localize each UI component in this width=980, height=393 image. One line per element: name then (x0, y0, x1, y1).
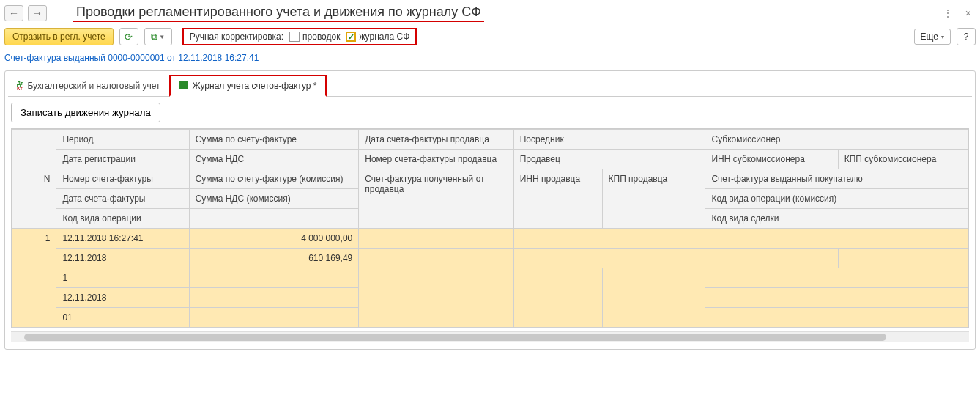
col-reg-date[interactable]: Дата регистрации (56, 150, 189, 169)
chevron-down-icon: ▼ (159, 34, 165, 40)
page-title: Проводки регламентированного учета и дви… (73, 4, 484, 22)
more-button[interactable]: Еще ▾ (914, 29, 951, 45)
col-empty (189, 209, 359, 229)
col-inn-seller[interactable]: ИНН продавца (513, 169, 602, 229)
cell-sum-sf[interactable]: 4 000 000,00 (189, 229, 359, 249)
checkbox-journal-label: журнала СФ (359, 32, 409, 42)
checkbox-journal[interactable]: ✓ (346, 32, 356, 42)
tab-journal-label: Журнал учета счетов-фактур * (193, 81, 317, 91)
col-seller[interactable]: Продавец (513, 150, 705, 169)
cell-sf-num-seller[interactable] (359, 249, 513, 268)
cell-kpp-seller[interactable] (602, 268, 705, 328)
chevron-down-icon: ▾ (941, 34, 944, 40)
cell-n[interactable]: 1 (12, 229, 56, 328)
journal-grid[interactable]: N Период Сумма по счету-фактуре Дата сче… (11, 128, 969, 328)
cell-sum-nds-comm[interactable] (189, 288, 359, 308)
checkbox-provodok[interactable] (289, 32, 300, 42)
col-period[interactable]: Период (56, 130, 189, 150)
source-document-link[interactable]: Счет-фактура выданный 0000-0000001 от 12… (4, 53, 259, 63)
tab-accounting[interactable]: ДтКт Бухгалтерский и налоговый учет (8, 75, 169, 97)
tab-journal[interactable]: Журнал учета счетов-фактур * (169, 75, 327, 97)
refresh-icon: ⟳ (125, 32, 133, 43)
col-kpp-seller[interactable]: КПП продавца (602, 169, 705, 229)
col-op-code[interactable]: Код вида операции (56, 209, 189, 229)
arrow-right-icon: → (32, 7, 42, 19)
cell-sum-sf-comm[interactable] (189, 268, 359, 288)
cell-sf-number[interactable]: 1 (56, 268, 189, 288)
scrollbar-thumb[interactable] (24, 334, 886, 341)
table-row[interactable]: 12.11.2018 610 169,49 (12, 249, 968, 268)
reflect-button[interactable]: Отразить в регл. учете (4, 28, 114, 45)
cell-deal-code[interactable] (705, 308, 968, 328)
cell-inn-subcomm[interactable] (705, 249, 838, 268)
cell-intermediary[interactable] (513, 229, 705, 249)
col-sf-num-seller[interactable]: Номер счета-фактуры продавца (359, 150, 513, 169)
checkbox-provodok-label: проводок (302, 32, 340, 42)
help-icon: ? (964, 32, 969, 42)
col-kpp-subcomm[interactable]: КПП субкомиссионера (838, 150, 968, 169)
cell-subcomm[interactable] (705, 229, 968, 249)
col-subcomm[interactable]: Субкомиссионер (705, 130, 968, 150)
copy-icon: ⧉ (151, 32, 157, 42)
col-op-code-comm[interactable]: Код вида операции (комиссия) (705, 189, 968, 209)
table-row[interactable]: 1 (12, 268, 968, 288)
col-sf-date-seller[interactable]: Дата счета-фактуры продавца (359, 130, 513, 150)
back-button[interactable]: ← (4, 5, 23, 21)
write-journal-button[interactable]: Записать движения журнала (11, 103, 160, 122)
col-inn-subcomm[interactable]: ИНН субкомиссионера (705, 150, 838, 169)
cell-sf-issued[interactable] (705, 268, 968, 288)
cell-op-code[interactable]: 01 (56, 308, 189, 328)
col-n[interactable]: N (12, 130, 56, 229)
debit-credit-icon: ДтКт (17, 81, 23, 91)
col-sf-issued[interactable]: Счет-фактура выданный покупателю (705, 169, 968, 189)
cell-op-code-comm[interactable] (705, 288, 968, 308)
cell-period[interactable]: 12.11.2018 16:27:41 (56, 229, 189, 249)
cell-sum-nds[interactable]: 610 169,49 (189, 249, 359, 268)
col-sf-received[interactable]: Счет-фактура полученный от продавца (359, 169, 513, 229)
cell-sf-date[interactable]: 12.11.2018 (56, 288, 189, 308)
col-sf-date[interactable]: Дата счета-фактуры (56, 189, 189, 209)
cell-sf-date-seller[interactable] (359, 229, 513, 249)
col-sum-sf-comm[interactable]: Сумма по счету-фактуре (комиссия) (189, 169, 359, 189)
cell-seller[interactable] (513, 249, 705, 268)
manual-correction-label: Ручная корректировка: (190, 32, 283, 42)
grid-icon (179, 81, 188, 90)
col-sum-nds-comm[interactable]: Сумма НДС (комиссия) (189, 189, 359, 209)
col-intermediary[interactable]: Посредник (513, 130, 705, 150)
kebab-menu-icon[interactable]: ⋮ (938, 7, 957, 19)
horizontal-scrollbar[interactable] (11, 331, 969, 342)
close-icon[interactable]: × (961, 7, 976, 19)
cell-inn-seller[interactable] (513, 268, 602, 328)
tab-accounting-label: Бухгалтерский и налоговый учет (27, 81, 160, 91)
cell-empty[interactable] (189, 308, 359, 328)
copy-split-button[interactable]: ⧉ ▼ (144, 28, 172, 45)
refresh-button[interactable]: ⟳ (119, 28, 138, 45)
col-sum-sf[interactable]: Сумма по счету-фактуре (189, 130, 359, 150)
cell-reg-date[interactable]: 12.11.2018 (56, 249, 189, 268)
forward-button[interactable]: → (28, 5, 47, 21)
col-deal-code[interactable]: Код вида сделки (705, 209, 968, 229)
tab-panel: ДтКт Бухгалтерский и налоговый учет Журн… (4, 70, 976, 350)
more-label: Еще (921, 32, 938, 42)
col-sum-nds[interactable]: Сумма НДС (189, 150, 359, 169)
table-row[interactable]: 1 12.11.2018 16:27:41 4 000 000,00 (12, 229, 968, 249)
col-sf-number[interactable]: Номер счета-фактуры (56, 169, 189, 189)
cell-sf-received[interactable] (359, 268, 513, 328)
help-button[interactable]: ? (957, 28, 976, 45)
cell-kpp-subcomm[interactable] (838, 249, 968, 268)
manual-correction-group: Ручная корректировка: проводок ✓ журнала… (182, 28, 417, 45)
arrow-left-icon: ← (9, 7, 19, 19)
